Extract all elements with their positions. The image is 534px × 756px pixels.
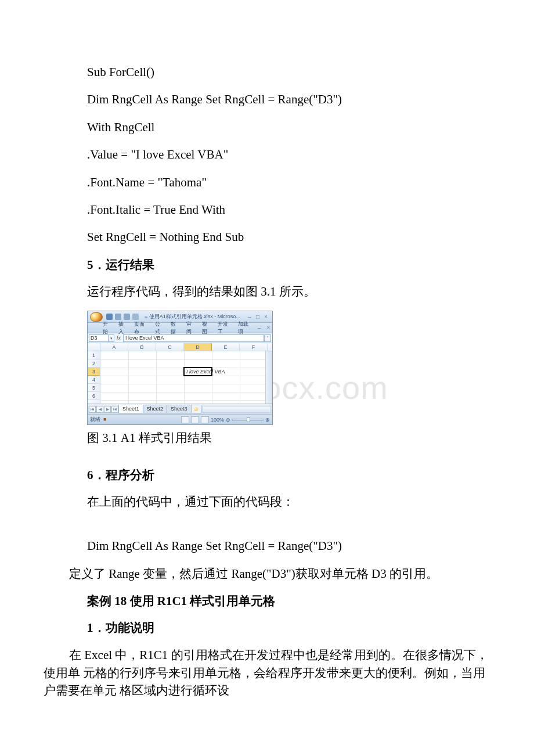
formula-bar: D3 ▾ fx I love Excel VBA ˅ (88, 333, 272, 343)
row-header: 2 (88, 359, 100, 368)
sheet-nav-prev-icon: ◀ (96, 406, 103, 413)
view-pagebreak-icon (201, 416, 209, 423)
name-box: D3 (89, 334, 109, 342)
column-header: A (100, 343, 128, 351)
close-icon: × (264, 314, 270, 320)
ribbon-tab: 审阅 (185, 321, 197, 336)
code-line: Set RngCell = Nothing End Sub (87, 229, 490, 246)
ribbon-tab: 插入 (117, 321, 129, 336)
code-line: .Font.Name = "Tahoma" (87, 174, 490, 191)
ribbon-tab: 视图 (201, 321, 213, 336)
zoom-out-icon: ⊖ (226, 417, 230, 423)
vertical-scrollbar (265, 351, 272, 404)
ribbon-tab: 开始 (102, 321, 114, 336)
sheet-tab: Sheet2 (143, 405, 168, 413)
ribbon-tab: 公式 (154, 321, 166, 336)
status-text: 就绪 (90, 416, 100, 422)
sheet-nav-first-icon: ⏮ (89, 406, 96, 413)
sheet-tab-strip: ⏮ ◀ ▶ ⏭ Sheet1 Sheet2 Sheet3 (88, 404, 272, 414)
row-header-active: 3 (88, 368, 100, 376)
zoom-slider (232, 419, 264, 421)
select-all-corner (88, 343, 100, 351)
row-header: 5 (88, 384, 100, 392)
formula-expand-icon: ˅ (264, 334, 271, 342)
horizontal-scrollbar (203, 406, 271, 413)
qat-save-icon (106, 314, 113, 320)
ribbon-tabs: 开始 插入 页面布 公式 数据 审阅 视图 开发工 加载项 – × (88, 323, 272, 333)
section-5-heading: 5．运行结果 (87, 257, 490, 273)
column-header: C (156, 343, 184, 351)
fx-icon: fx (117, 335, 121, 341)
qat-redo-icon (124, 314, 130, 320)
sheet-tab: Sheet3 (167, 405, 192, 413)
column-header: B (128, 343, 156, 351)
sheet-tab: Sheet1 (118, 405, 143, 413)
formula-input: I love Excel VBA (123, 334, 264, 342)
zoom-level: 100% (211, 417, 224, 423)
sheet-nav-last-icon: ⏭ (111, 406, 118, 413)
code-line: .Font.Italic = True End With (87, 201, 490, 218)
case-18-sec1-body: 在 Excel 中，R1C1 的引用格式在开发过程中也是经常用到的。在很多情况下… (44, 646, 490, 699)
figure-caption: 图 3.1 A1 样式引用结果 (87, 430, 490, 446)
section-6-intro: 在上面的代码中，通过下面的代码段： (87, 494, 490, 510)
code-line: Dim RngCell As Range Set RngCell = Range… (87, 91, 490, 108)
code-snippet: Dim RngCell As Range Set RngCell = Range… (87, 538, 490, 555)
case-18-title: 案例 18 使用 R1C1 样式引用单元格 (87, 593, 490, 609)
qat-icon (132, 314, 139, 320)
macro-record-icon: ■ (103, 416, 106, 422)
sheet-nav-next-icon: ▶ (104, 406, 111, 413)
excel-screenshot: = 使用A1样式引用单元格.xlsx - Microso... – □ × 开始… (87, 311, 273, 425)
ribbon-tab: 开发工 (217, 321, 234, 336)
excel-window-title: = 使用A1样式引用单元格.xlsx - Microso... (145, 313, 248, 321)
maximize-icon: □ (256, 314, 262, 320)
section-6-heading: 6．程序分析 (87, 467, 490, 483)
row-header: 4 (88, 376, 100, 384)
name-box-dropdown-icon: ▾ (109, 334, 114, 342)
ribbon-minimize-icon: – (258, 325, 263, 331)
minimize-icon: – (248, 314, 254, 320)
zoom-in-icon: ⊕ (265, 417, 270, 423)
office-button-icon (90, 312, 103, 322)
code-line: Sub ForCell() (87, 64, 490, 81)
qat-undo-icon (115, 314, 121, 320)
ribbon-tab: 加载项 (237, 321, 254, 336)
insert-sheet-icon (191, 405, 201, 413)
ribbon-close-icon: × (267, 325, 272, 331)
section-6-explain: 定义了 Range 变量，然后通过 Range("D3")获取对单元格 D3 的… (44, 565, 490, 582)
code-line: With RngCell (87, 119, 490, 136)
column-header: F (240, 343, 268, 351)
cell-value: I love Excel VBA (185, 368, 225, 375)
column-header-active: D (184, 343, 212, 351)
worksheet-grid: A B C D E F 1 2 3 4 5 6 (88, 343, 272, 404)
section-5-text: 运行程序代码，得到的结果如图 3.1 所示。 (87, 283, 490, 300)
ribbon-tab: 数据 (169, 321, 182, 336)
row-header: 1 (88, 351, 100, 359)
view-normal-icon (181, 416, 189, 423)
view-layout-icon (191, 416, 199, 423)
row-header: 6 (88, 392, 100, 400)
column-header: E (212, 343, 240, 351)
case-18-sec1-heading: 1．功能说明 (87, 620, 490, 636)
code-line: .Value = "I love Excel VBA" (87, 146, 490, 163)
ribbon-tab: 页面布 (133, 321, 150, 336)
status-bar: 就绪 ■ 100% ⊖ ⊕ (88, 414, 272, 424)
